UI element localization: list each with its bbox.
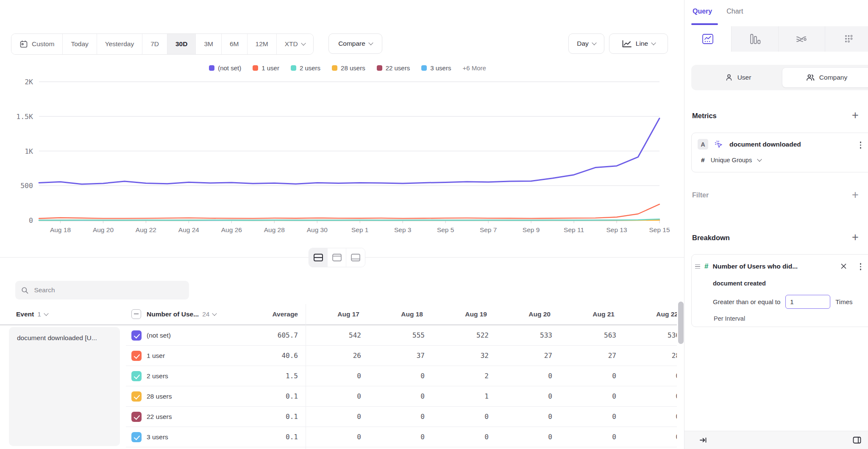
cell-value: 0 [491, 386, 552, 407]
breakdown-interval-dropdown[interactable]: Per Interval [714, 315, 745, 322]
tab-query[interactable]: Query [693, 8, 712, 15]
cell-value: 0 [300, 366, 361, 386]
cell-value: 0 [300, 427, 361, 447]
layout-chart-top-button[interactable] [328, 248, 346, 267]
average-column-header[interactable]: Average [234, 304, 298, 324]
compare-button[interactable]: Compare [328, 33, 382, 54]
event-column-header[interactable]: Event 1 [16, 304, 48, 324]
panel-footer [684, 431, 868, 449]
cell-value: 0 [491, 427, 552, 447]
date-column-header[interactable]: Aug 19 [427, 304, 487, 324]
svg-text:Sep 5: Sep 5 [437, 226, 454, 233]
date-column-header[interactable]: Aug 18 [363, 304, 423, 324]
series-checkbox[interactable] [131, 391, 142, 402]
line-chart-icon [622, 40, 632, 48]
metric-badge: A [698, 139, 708, 150]
cell-value: 555 [363, 325, 425, 346]
svg-text:Aug 24: Aug 24 [178, 226, 200, 233]
average-value: 1.5 [234, 366, 298, 386]
date-column-header[interactable]: Aug 22 [618, 304, 677, 324]
panel-tabs: Query Chart [693, 8, 743, 15]
chart-type-scatter-button[interactable] [825, 26, 868, 52]
user-icon [725, 73, 733, 82]
chart-type-bar-button[interactable] [732, 26, 779, 52]
series-checkbox[interactable] [131, 351, 142, 361]
breakdown-card[interactable]: # Number of Users who did... document cr… [691, 254, 868, 327]
scope-user-button[interactable]: User [694, 67, 782, 88]
search-box [15, 281, 189, 299]
svg-text:Sep 13: Sep 13 [606, 226, 627, 233]
average-value: 0.1 [234, 427, 298, 447]
svg-text:Sep 7: Sep 7 [480, 226, 497, 233]
date-range-30d-button[interactable]: 30D [167, 34, 196, 54]
tab-chart[interactable]: Chart [726, 8, 743, 15]
date-column-header[interactable]: Aug 20 [491, 304, 551, 324]
cell-value: 1 [427, 386, 489, 407]
add-filter-button[interactable]: + [850, 190, 860, 200]
metric-aggregation-dropdown[interactable]: Unique Groups [711, 157, 752, 164]
cell-value: 0 [618, 407, 677, 427]
layout-chart-bottom-button[interactable] [346, 248, 365, 267]
breakdown-condition-unit: Times [835, 298, 852, 305]
date-column-header[interactable]: Aug 21 [555, 304, 615, 324]
series-label: (not set) [147, 325, 171, 346]
scope-company-button[interactable]: Company [782, 67, 868, 88]
chart-type-line-button[interactable] [684, 26, 732, 52]
date-range-control: Custom Today Yesterday 7D 30D 3M 6M 12M … [11, 33, 314, 55]
toggle-sidebar-icon[interactable] [852, 436, 862, 444]
metric-event-name[interactable]: document downloaded [729, 141, 801, 148]
metric-card[interactable]: A document downloaded # Unique Groups [691, 133, 868, 172]
cell-value: 563 [555, 325, 616, 346]
close-icon[interactable] [840, 263, 847, 269]
date-range-7d-button[interactable]: 7D [142, 34, 167, 54]
svg-text:1.5K: 1.5K [16, 113, 33, 121]
svg-text:Aug 30: Aug 30 [307, 226, 328, 233]
search-input[interactable] [33, 286, 183, 294]
line-chart-icon [701, 33, 714, 45]
table-row: 1 user 40.6 26 37 32 27 27 28 [0, 346, 677, 366]
add-metric-button[interactable]: + [850, 111, 860, 120]
date-range-6m-button[interactable]: 6M [222, 34, 248, 54]
add-breakdown-button[interactable]: + [850, 233, 860, 242]
date-range-xtd-button[interactable]: XTD [277, 34, 313, 54]
series-column-header[interactable]: Number of Use... 24 [147, 304, 216, 324]
series-label: 3 users [147, 427, 168, 447]
cell-value: 0 [618, 366, 677, 386]
date-range-12m-button[interactable]: 12M [248, 34, 277, 54]
metric-kebab-menu-icon[interactable] [859, 141, 862, 150]
cell-value: 0 [363, 427, 425, 447]
svg-text:0: 0 [29, 216, 33, 224]
series-checkbox[interactable] [131, 371, 142, 381]
date-range-custom-button[interactable]: Custom [11, 34, 63, 54]
property-hash-icon: # [704, 262, 708, 271]
date-range-yesterday-button[interactable]: Yesterday [97, 34, 142, 54]
series-checkbox[interactable] [131, 330, 142, 341]
series-checkbox[interactable] [131, 432, 142, 442]
chart-type-flow-button[interactable] [779, 26, 826, 52]
check-icon [134, 413, 139, 420]
breakdown-condition-label[interactable]: Greater than or equal to [713, 298, 780, 305]
series-checkbox[interactable] [131, 412, 142, 422]
date-range-3m-button[interactable]: 3M [196, 34, 222, 54]
date-column-header[interactable]: Aug 17 [300, 304, 359, 324]
cell-value: 0 [300, 407, 361, 427]
breakdown-kebab-menu-icon[interactable] [859, 262, 862, 271]
cell-value: 28 [618, 346, 677, 366]
select-all-checkbox[interactable] [131, 309, 141, 319]
layout-split-button[interactable] [309, 248, 328, 267]
search-icon [21, 286, 28, 294]
times-input[interactable] [785, 295, 830, 309]
cell-value: 0 [363, 366, 425, 386]
interval-dropdown[interactable]: Day [568, 33, 604, 54]
calendar-icon [19, 40, 28, 48]
table-scrollbar[interactable] [678, 302, 684, 344]
svg-text:Sep 9: Sep 9 [523, 226, 540, 233]
drag-handle-icon[interactable] [695, 264, 700, 269]
breakdown-event-name[interactable]: document created [713, 280, 766, 287]
collapse-panel-icon[interactable] [699, 436, 707, 444]
date-range-today-button[interactable]: Today [63, 34, 97, 54]
chevron-down-icon [651, 40, 656, 45]
query-panel: Query Chart [684, 0, 868, 449]
average-value: 40.6 [234, 346, 298, 366]
chart-type-dropdown[interactable]: Line [609, 33, 668, 54]
